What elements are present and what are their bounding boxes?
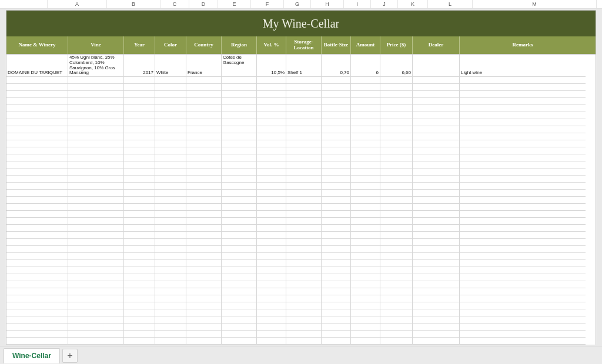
cell-vol[interactable] <box>257 323 286 331</box>
cell-dealer[interactable] <box>413 274 460 281</box>
cell-name[interactable] <box>6 323 68 331</box>
cell-amount[interactable] <box>351 232 380 239</box>
cell-vine[interactable] <box>68 288 124 295</box>
cell-amount[interactable] <box>351 239 380 246</box>
cell-vol[interactable] <box>257 112 286 119</box>
cell-region[interactable] <box>222 112 257 119</box>
cell-year[interactable] <box>124 183 155 190</box>
cell-remarks[interactable] <box>460 211 586 218</box>
cell-color[interactable] <box>155 316 186 323</box>
cell-price[interactable] <box>380 218 413 225</box>
cell-vine[interactable] <box>68 119 124 126</box>
cell-price[interactable] <box>380 239 413 246</box>
cell-storage[interactable] <box>286 302 322 309</box>
cell-country[interactable] <box>186 316 222 323</box>
cell-dealer[interactable] <box>413 260 460 267</box>
cell-color[interactable] <box>155 140 186 147</box>
cell-year[interactable] <box>124 98 155 105</box>
empty-row[interactable] <box>6 338 596 345</box>
cell-vol[interactable] <box>257 126 286 133</box>
cell-year[interactable] <box>124 133 155 140</box>
cell-color[interactable] <box>155 281 186 288</box>
cell-region[interactable] <box>222 218 257 225</box>
cell-vol[interactable] <box>257 98 286 105</box>
cell-storage[interactable] <box>286 98 322 105</box>
cell-color[interactable] <box>155 126 186 133</box>
cell-country[interactable] <box>186 281 222 288</box>
header-remarks[interactable]: Remarks <box>460 36 586 54</box>
sheet-tab-active[interactable]: Wine-Cellar <box>4 348 60 363</box>
empty-row[interactable] <box>6 168 596 176</box>
cell-price[interactable] <box>380 133 413 140</box>
cell-dealer[interactable] <box>413 232 460 239</box>
cell-region[interactable] <box>222 204 257 211</box>
cell-storage[interactable] <box>286 331 322 338</box>
cell-dealer[interactable] <box>413 267 460 274</box>
cell-year[interactable] <box>124 84 155 91</box>
cell-vol[interactable] <box>257 260 286 267</box>
column-header-L[interactable]: L <box>428 0 473 8</box>
cell-dealer[interactable] <box>413 154 460 161</box>
cell-region[interactable] <box>222 119 257 126</box>
cell-remarks[interactable] <box>460 91 586 98</box>
cell-vol[interactable] <box>257 309 286 316</box>
cell-remarks[interactable] <box>460 154 586 161</box>
cell-amount[interactable] <box>351 281 380 288</box>
cell-vine[interactable] <box>68 239 124 246</box>
cell-vine[interactable] <box>68 98 124 105</box>
cell-storage[interactable] <box>286 316 322 323</box>
cell-name[interactable] <box>6 105 68 112</box>
cell-year[interactable] <box>124 154 155 161</box>
cell-bottle[interactable] <box>322 126 351 133</box>
cell-amount[interactable] <box>351 295 380 302</box>
cell-dealer[interactable] <box>413 288 460 295</box>
cell-remarks[interactable] <box>460 239 586 246</box>
cell-region[interactable] <box>222 133 257 140</box>
cell-color[interactable] <box>155 309 186 316</box>
empty-row[interactable] <box>6 176 596 183</box>
cell-dealer[interactable] <box>413 338 460 345</box>
cell-year[interactable] <box>124 232 155 239</box>
empty-row[interactable] <box>6 147 596 154</box>
cell-vine[interactable] <box>68 309 124 316</box>
cell-vine[interactable] <box>68 295 124 302</box>
cell-dealer[interactable] <box>413 183 460 190</box>
cell-price[interactable] <box>380 253 413 260</box>
cell-dealer[interactable] <box>413 190 460 197</box>
cell-name[interactable] <box>6 309 68 316</box>
cell-bottle[interactable] <box>322 105 351 112</box>
cell-year[interactable] <box>124 316 155 323</box>
cell-storage[interactable] <box>286 204 322 211</box>
cell-year[interactable] <box>124 246 155 253</box>
cell-bottle[interactable] <box>322 190 351 197</box>
cell-price[interactable] <box>380 274 413 281</box>
cell-dealer[interactable] <box>413 98 460 105</box>
cell-region[interactable] <box>222 91 257 98</box>
cell-dealer[interactable] <box>413 211 460 218</box>
cell-dealer[interactable] <box>413 119 460 126</box>
cell-bottle[interactable] <box>322 161 351 168</box>
cell-year[interactable] <box>124 295 155 302</box>
cell-country[interactable] <box>186 274 222 281</box>
cell-amount[interactable] <box>351 274 380 281</box>
cell-vine[interactable] <box>68 316 124 323</box>
header-storage[interactable]: Storage-Location <box>286 36 322 54</box>
cell-region[interactable] <box>222 77 257 84</box>
cell-price[interactable] <box>380 323 413 331</box>
cell-dealer[interactable] <box>413 168 460 176</box>
cell-name[interactable] <box>6 77 68 84</box>
cell-region[interactable] <box>222 84 257 91</box>
cell-country[interactable] <box>186 260 222 267</box>
cell-vol[interactable] <box>257 218 286 225</box>
cell-storage[interactable] <box>286 168 322 176</box>
cell-region[interactable] <box>222 225 257 232</box>
empty-row[interactable] <box>6 225 596 232</box>
cell-year[interactable] <box>124 260 155 267</box>
cell-vol[interactable] <box>257 190 286 197</box>
cell-price[interactable] <box>380 302 413 309</box>
cell-region[interactable] <box>222 295 257 302</box>
cell-bottle[interactable] <box>322 154 351 161</box>
cell-price[interactable] <box>380 338 413 345</box>
cell-vol[interactable] <box>257 91 286 98</box>
cell-color[interactable] <box>155 225 186 232</box>
